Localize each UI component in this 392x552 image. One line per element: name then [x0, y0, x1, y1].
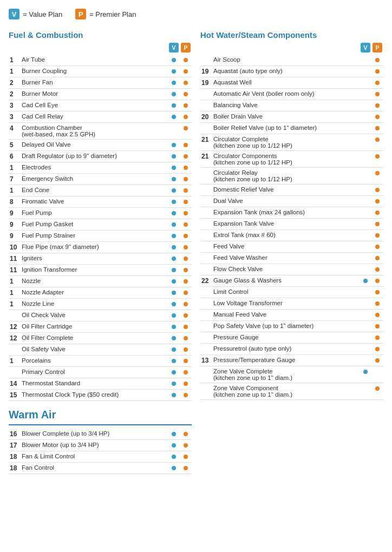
premier-dot: [375, 81, 380, 85]
row-number: 2: [9, 77, 21, 89]
premier-dot-cell: [371, 275, 383, 287]
row-label: Circulator Complete(kitchen zone up to 1…: [212, 134, 360, 151]
premier-dot: [375, 154, 380, 159]
value-dot: [172, 222, 176, 227]
premier-dot-cell: [180, 174, 192, 185]
premier-dot-cell: [180, 123, 192, 140]
row-number: 20: [200, 111, 212, 123]
row-label: Balancing Valve: [212, 100, 360, 111]
table-row: Zone Valve Component(kitchen zone up to …: [200, 383, 383, 400]
value-dot-cell: [168, 77, 180, 89]
premier-dot-cell: [371, 134, 383, 151]
table-row: Zone Valve Complete(kitchen zone up to 1…: [200, 366, 383, 383]
value-dot-cell: [168, 123, 180, 140]
row-label: Oil Check Valve: [21, 310, 168, 321]
premier-dot-cell: [180, 287, 192, 299]
row-label: Low Voltage Transformer: [212, 298, 360, 310]
value-dot-cell: [168, 378, 180, 390]
value-dot: [172, 177, 176, 181]
premier-dot-cell: [180, 333, 192, 344]
row-number: [200, 168, 212, 185]
premier-dot: [375, 115, 380, 119]
row-number: [200, 219, 212, 230]
value-dot: [172, 336, 176, 340]
row-number: [9, 344, 21, 356]
hot-v-header: V: [361, 43, 370, 52]
row-label: Extrol Tank (max # 60): [212, 230, 360, 241]
row-label: Nozzle Line: [21, 299, 168, 310]
premier-dot: [184, 245, 188, 249]
row-label: Firomatic Valve: [21, 196, 168, 208]
premier-dot: [184, 370, 188, 374]
main-layout: Fuel & Combustion V P 1Air Tube1Burner C…: [9, 30, 383, 474]
row-label: Draft Regulator (up to 9" diameter): [21, 151, 168, 162]
row-label: Thermostat Clock Type ($50 credit): [21, 390, 168, 401]
value-dot-cell: [168, 219, 180, 231]
row-number: 9: [9, 219, 21, 231]
row-label: Ignition Transformer: [21, 265, 168, 276]
warm-air-divider: [9, 424, 192, 425]
table-row: 22Gauge Glass & Washers: [200, 275, 383, 287]
premier-dot-cell: [371, 366, 383, 383]
row-number: 16: [9, 429, 21, 440]
premier-dot: [184, 211, 188, 215]
value-dot-cell: [360, 111, 371, 123]
row-label: Nozzle Adapter: [21, 287, 168, 299]
row-number: [200, 287, 212, 298]
value-dot-cell: [360, 123, 371, 134]
premier-dot: [184, 166, 188, 170]
value-dot-cell: [360, 100, 371, 111]
value-dot-cell: [360, 230, 371, 241]
row-number: 14: [9, 378, 21, 390]
premier-dot: [184, 466, 188, 470]
row-number: [200, 196, 212, 207]
premier-dot: [375, 199, 380, 203]
hot-water-section-title: Hot Water/Steam Components: [200, 30, 383, 40]
right-column: Hot Water/Steam Components V P Air Scoop…: [200, 30, 383, 474]
row-number: 3: [9, 100, 21, 111]
value-dot-cell: [168, 66, 180, 77]
premier-dot: [184, 200, 188, 204]
table-row: 21Circulator Components(kitchen zone up …: [200, 151, 383, 168]
value-dot-cell: [168, 451, 180, 463]
premier-legend: P = Premier Plan: [75, 9, 136, 19]
value-dot-cell: [360, 66, 371, 77]
premier-dot: [375, 324, 380, 328]
premier-dot-cell: [180, 310, 192, 321]
table-row: 12Oil Filter Complete: [9, 333, 192, 344]
premier-dot: [184, 177, 188, 181]
row-label: Oil Filter Complete: [21, 333, 168, 344]
premier-dot: [184, 115, 188, 119]
premier-dot-cell: [371, 253, 383, 264]
table-row: 3Cad Cell Relay: [9, 111, 192, 123]
value-dot: [172, 234, 176, 238]
premier-dot: [184, 154, 188, 159]
premier-dot: [375, 301, 380, 306]
table-row: 4Combustion Chamber(wet-based, max 2.5 G…: [9, 123, 192, 140]
table-row: Oil Safety Valve: [9, 344, 192, 356]
table-row: Limit Control: [200, 287, 383, 298]
row-number: [200, 253, 212, 264]
value-dot-cell: [360, 275, 371, 287]
premier-dot-cell: [180, 111, 192, 123]
table-row: 1Nozzle Adapter: [9, 287, 192, 299]
table-row: Air Scoop: [200, 55, 383, 66]
warm-air-table: 16Blower Complete (up to 3/4 HP)17Blower…: [9, 429, 192, 474]
value-dot: [172, 166, 176, 170]
premier-dot-cell: [180, 162, 192, 174]
row-label: Flow Check Valve: [212, 264, 360, 275]
table-row: 19Aquastat Well: [200, 77, 383, 89]
value-dot: [172, 69, 176, 74]
table-row: Boiler Relief Valve (up to 1" diameter): [200, 123, 383, 134]
table-row: 1Nozzle Line: [9, 299, 192, 310]
table-row: Expansion Tank (max 24 gallons): [200, 207, 383, 219]
table-row: 3Cad Cell Eye: [9, 100, 192, 111]
hot-water-table: Air Scoop19Aquastat (auto type only)19Aq…: [200, 55, 383, 400]
value-dot-cell: [360, 344, 371, 355]
value-dot: [172, 443, 176, 448]
table-row: Expansion Tank Valve: [200, 219, 383, 230]
value-dot-cell: [360, 383, 371, 400]
table-row: 12Oil Filter Cartridge: [9, 321, 192, 333]
row-number: [200, 55, 212, 66]
row-number: 22: [200, 275, 212, 287]
